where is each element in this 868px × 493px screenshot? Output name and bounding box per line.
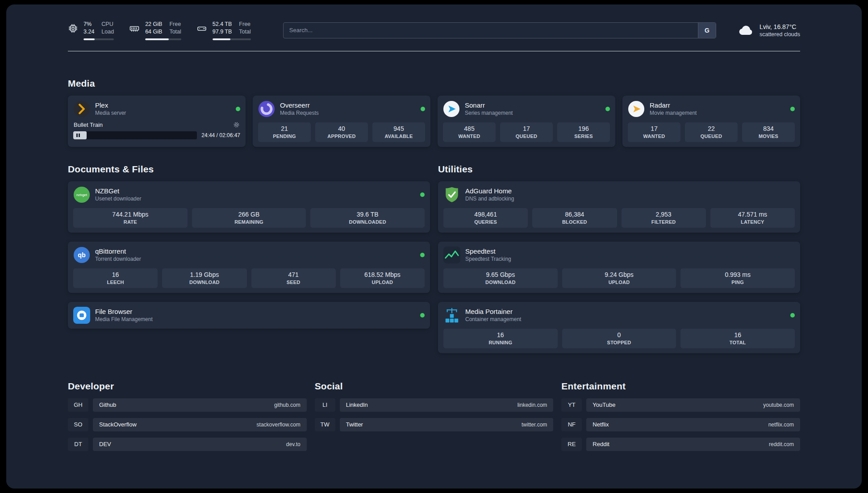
status-dot (420, 253, 425, 257)
bookmark-reddit[interactable]: Reddit reddit.com (586, 438, 800, 451)
app-subtitle: Speedtest Tracking (465, 256, 511, 262)
app-subtitle: Container management (465, 316, 521, 322)
stat-total: 16 TOTAL (680, 329, 795, 348)
app-name: Speedtest (465, 247, 511, 255)
cpu-load: 3.24 (83, 28, 94, 36)
stat-wanted: 17 WANTED (628, 122, 680, 142)
section-title-social: Social (315, 381, 554, 392)
bookmark-row: SO StackOverflow stackoverflow.com (68, 418, 307, 431)
app-card-sonarr[interactable]: Sonarr Series management 485 WANTED 17 Q… (438, 96, 615, 147)
bookmark-abbr-github: GH (68, 398, 88, 412)
bookmark-abbr-linkedin: LI (315, 398, 335, 412)
bookmark-youtube[interactable]: YouTube youtube.com (586, 398, 800, 412)
plex-icon (73, 100, 90, 117)
bookmark-row: DT DEV dev.to (68, 438, 307, 451)
bookmark-abbr-dev: DT (68, 438, 88, 451)
settings-gear-icon[interactable] (233, 121, 240, 128)
cpu-progress-bar (83, 38, 114, 40)
sonarr-icon (443, 100, 460, 117)
nzbget-icon: nzbget (73, 186, 90, 203)
stat-filtered: 2,953 FILTERED (622, 208, 706, 228)
stat-downloaded: 39.6 TB DOWNLOADED (310, 208, 425, 228)
bookmark-dev[interactable]: DEV dev.to (93, 438, 307, 451)
status-dot (790, 313, 795, 318)
ram-total: 64 GiB (145, 28, 162, 36)
portainer-icon (443, 307, 460, 324)
bookmark-row: RE Reddit reddit.com (561, 438, 800, 451)
section-title-developer: Developer (68, 381, 307, 392)
top-bar: 7% 3.24 CPU Load (68, 21, 800, 40)
status-dot (605, 107, 610, 111)
app-card-radarr[interactable]: Radarr Movie management 17 WANTED 22 QUE… (622, 96, 800, 147)
disk-icon (196, 23, 207, 34)
cpu-label: CPU (101, 21, 114, 28)
app-card-nzbget[interactable]: nzbget NZBGet Usenet downloader 744.21 M… (68, 181, 430, 233)
stat-upload: 618.52 Mbps UPLOAD (340, 268, 425, 288)
app-name: Media Portainer (465, 308, 521, 315)
pause-icon[interactable] (76, 134, 80, 137)
app-subtitle: Movie management (650, 110, 697, 116)
app-card-filebrowser[interactable]: File Browser Media File Management (68, 302, 430, 329)
svg-text:nzbget: nzbget (76, 193, 88, 197)
section-title-media: Media (68, 78, 800, 89)
ram-free-label: Free (169, 21, 181, 28)
app-name: AdGuard Home (465, 187, 514, 195)
ram-progress-bar (145, 38, 181, 40)
section-title-entertainment: Entertainment (561, 381, 800, 392)
stat-remaining: 266 GB REMAINING (192, 208, 306, 228)
bookmark-abbr-youtube: YT (561, 398, 582, 412)
app-subtitle: Series management (465, 110, 513, 116)
app-name: NZBGet (95, 187, 141, 195)
dashboard-screen: 7% 3.24 CPU Load (0, 0, 868, 493)
stat-queries: 498,461 QUERIES (443, 208, 528, 228)
radarr-icon (628, 100, 645, 117)
bookmark-stackoverflow[interactable]: StackOverflow stackoverflow.com (93, 418, 307, 431)
stat-upload: 9.24 Gbps UPLOAD (562, 268, 676, 288)
stat-available: 945 AVAILABLE (372, 122, 425, 142)
status-dot (236, 107, 240, 111)
search-engine-button[interactable]: G (698, 23, 716, 38)
bookmark-github[interactable]: Github github.com (93, 398, 307, 412)
stat-blocked: 86,384 BLOCKED (532, 208, 617, 228)
app-name: qBittorrent (95, 247, 141, 255)
playback-progress-bar[interactable] (73, 131, 197, 139)
speedtest-icon (443, 246, 460, 263)
disk-free-label: Free (239, 21, 250, 28)
app-name: Plex (95, 101, 126, 109)
playback-time: 24:44 / 02:06:47 (201, 132, 240, 138)
stat-latency: 47.571 ms LATENCY (710, 208, 795, 228)
stat-running: 16 RUNNING (443, 329, 558, 348)
bookmark-netflix[interactable]: Netflix netflix.com (586, 418, 800, 431)
app-card-adguard[interactable]: AdGuard Home DNS and adblocking 498,461 … (438, 181, 800, 233)
bookmark-row: GH Github github.com (68, 398, 307, 412)
app-card-qbittorrent[interactable]: qb qBittorrent Torrent downloader 16 LEE… (68, 242, 430, 293)
stat-pending: 21 PENDING (258, 122, 311, 142)
app-card-speedtest[interactable]: Speedtest Speedtest Tracking 9.65 Gbps D… (438, 242, 800, 293)
bookmark-row: LI LinkedIn linkedin.com (315, 398, 554, 412)
ram-total-label: Total (169, 28, 181, 36)
bookmark-abbr-stackoverflow: SO (68, 418, 88, 431)
status-dot (420, 313, 425, 318)
stat-stopped: 0 STOPPED (562, 329, 676, 348)
stat-movies: 834 MOVIES (742, 122, 795, 142)
svg-text:qb: qb (78, 251, 86, 259)
app-card-plex[interactable]: Plex Media server Bullet Train (68, 96, 246, 147)
app-subtitle: Torrent downloader (95, 256, 141, 262)
status-dot (790, 107, 795, 111)
bookmark-twitter[interactable]: Twitter twitter.com (340, 418, 554, 431)
weather-condition: scattered clouds (760, 31, 800, 38)
app-name: Sonarr (465, 101, 513, 109)
stat-wanted: 485 WANTED (443, 122, 496, 142)
app-card-overseerr[interactable]: Overseerr Media Requests 21 PENDING 40 A… (253, 96, 430, 147)
cpu-percent: 7% (83, 21, 94, 28)
bookmark-abbr-reddit: RE (561, 438, 582, 451)
disk-widget: 52.4 TB 97.9 TB Free Total (196, 21, 251, 40)
search-input[interactable] (283, 22, 716, 38)
weather-widget: Lviv, 16.87°C scattered clouds (738, 23, 800, 38)
bookmark-linkedin[interactable]: LinkedIn linkedin.com (340, 398, 554, 412)
app-subtitle: Usenet downloader (95, 196, 141, 202)
stat-leech: 16 LEECH (73, 268, 158, 288)
ram-icon (129, 23, 140, 34)
app-card-portainer[interactable]: Media Portainer Container management 16 … (438, 302, 800, 353)
stat-approved: 40 APPROVED (315, 122, 368, 142)
